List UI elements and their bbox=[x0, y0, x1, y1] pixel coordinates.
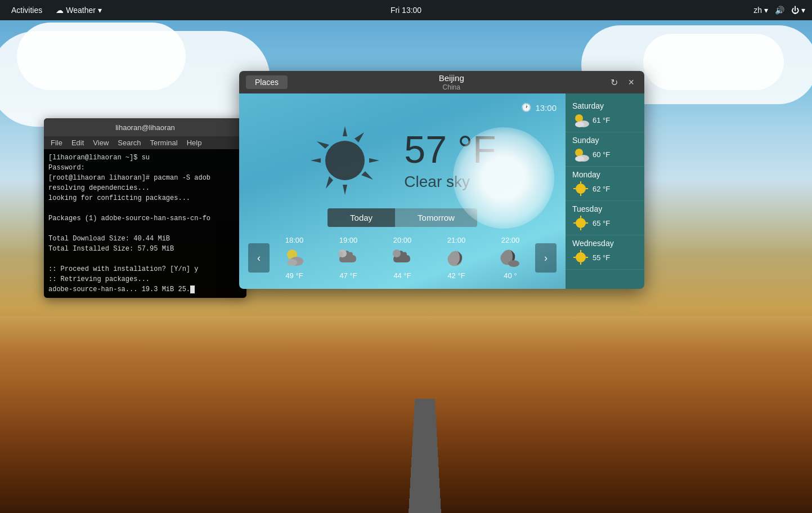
weather-menu[interactable]: ☁ Weather ▾ bbox=[51, 6, 106, 15]
terminal-window: lihaoran@lihaoran File Edit View Search … bbox=[44, 118, 246, 298]
terminal-menu-terminal[interactable]: Terminal bbox=[146, 137, 182, 148]
terminal-line: adobe-source-han-sa... 19.3 MiB 25. bbox=[48, 284, 242, 295]
terminal-line: Password: bbox=[48, 163, 242, 173]
svg-marker-0 bbox=[343, 126, 347, 136]
svg-point-8 bbox=[325, 141, 365, 180]
terminal-line: resolving dependencies... bbox=[48, 183, 242, 193]
terminal-menu-edit[interactable]: Edit bbox=[67, 137, 88, 148]
terminal-line: Packages (1) adobe-source-han-sans-cn-fo bbox=[48, 213, 242, 224]
svg-point-32 bbox=[576, 252, 586, 262]
hourly-items: 18:00 49 °F 19:00 bbox=[272, 236, 533, 280]
temperature-value: 57 °F bbox=[404, 130, 496, 168]
terminal-line bbox=[48, 224, 242, 234]
svg-point-21 bbox=[575, 156, 584, 162]
terminal-menu-view[interactable]: View bbox=[88, 137, 113, 148]
tuesday-label: Tuesday bbox=[572, 204, 638, 213]
forecast-sunday: Sunday 60 °F bbox=[566, 132, 644, 167]
weather-body: 🕐 13:00 bbox=[239, 93, 644, 289]
terminal-titlebar: lihaoran@lihaoran bbox=[44, 118, 246, 136]
hourly-forecast: ‹ 18:00 49 °F 19:00 bbox=[248, 236, 557, 280]
hourly-icon-1800 bbox=[283, 247, 306, 269]
hourly-temp-1800: 49 °F bbox=[285, 271, 303, 280]
saturday-temp: 61 °F bbox=[593, 116, 610, 124]
wednesday-temp: 55 °F bbox=[593, 253, 610, 262]
svg-marker-5 bbox=[326, 176, 333, 189]
monday-icon bbox=[572, 180, 589, 197]
terminal-line: Total Download Size: 40.44 MiB bbox=[48, 234, 242, 244]
svg-point-27 bbox=[576, 218, 586, 228]
tuesday-temp: 65 °F bbox=[593, 219, 610, 227]
hourly-item-2000: 20:00 44 °F bbox=[391, 236, 414, 280]
svg-point-18 bbox=[575, 122, 584, 127]
topbar-left: Activities ☁ Weather ▾ bbox=[0, 6, 106, 15]
wednesday-details: 55 °F bbox=[572, 249, 638, 266]
monday-details: 62 °F bbox=[572, 180, 638, 197]
weather-country: China bbox=[294, 83, 608, 91]
svg-marker-6 bbox=[311, 158, 321, 163]
saturday-label: Saturday bbox=[572, 101, 638, 110]
weather-temp-description: 57 °F Clear sky bbox=[404, 130, 496, 191]
svg-point-14 bbox=[393, 249, 401, 257]
hourly-time-2200: 22:00 bbox=[501, 236, 520, 244]
power-menu[interactable]: ⏻ ▾ bbox=[791, 6, 805, 15]
monday-temp: 62 °F bbox=[593, 185, 610, 193]
terminal-line: [root@lihaoran lihaoran]# pacman -S adob bbox=[48, 173, 242, 183]
hourly-item-2100: 21:00 42 °F bbox=[445, 236, 468, 280]
svg-marker-1 bbox=[355, 132, 364, 142]
weather-window: Places Beijing China ↻ × 🕐 13:00 bbox=[239, 71, 644, 289]
hourly-icon-1900 bbox=[337, 247, 360, 269]
refresh-button[interactable]: ↻ bbox=[608, 75, 620, 90]
terminal-menu-file[interactable]: File bbox=[46, 137, 67, 148]
weather-main-panel: 🕐 13:00 bbox=[239, 93, 566, 289]
power-dropdown-icon: ▾ bbox=[801, 6, 805, 15]
topbar-datetime: Fri 13:00 bbox=[391, 6, 421, 15]
tab-today[interactable]: Today bbox=[328, 208, 395, 227]
tuesday-icon bbox=[572, 215, 589, 231]
terminal-content[interactable]: [lihaoran@lihaoran ~]$ su Password: [roo… bbox=[44, 149, 246, 298]
hourly-next-button[interactable]: › bbox=[535, 243, 557, 273]
svg-marker-2 bbox=[369, 158, 379, 163]
hourly-item-2200: 22:00 40 ° bbox=[499, 236, 522, 280]
monday-label: Monday bbox=[572, 170, 638, 179]
close-button[interactable]: × bbox=[625, 74, 638, 91]
svg-point-15 bbox=[508, 260, 519, 267]
terminal-line: looking for conflicting packages... bbox=[48, 193, 242, 203]
topbar-right: zh ▾ 🔊 ⏻ ▾ bbox=[753, 6, 812, 15]
forecast-monday: Monday 62 °F bbox=[566, 167, 644, 201]
svg-point-11 bbox=[287, 259, 297, 266]
terminal-line: :: Retrieving packages... bbox=[48, 274, 242, 284]
weather-current-time: 🕐 13:00 bbox=[248, 102, 557, 113]
svg-point-22 bbox=[576, 184, 586, 194]
svg-marker-7 bbox=[317, 141, 329, 149]
tab-tomorrow[interactable]: Tomorrow bbox=[395, 208, 477, 227]
saturday-details: 61 °F bbox=[572, 111, 638, 128]
weather-title-center: Beijing China bbox=[294, 73, 608, 91]
terminal-line: Total Installed Size: 57.95 MiB bbox=[48, 244, 242, 254]
sun-animation-icon bbox=[308, 124, 382, 197]
hourly-temp-2100: 42 °F bbox=[447, 271, 465, 280]
sunday-details: 60 °F bbox=[572, 146, 638, 163]
forecast-saturday: Saturday 61 °F bbox=[566, 98, 644, 132]
activities-button[interactable]: Activities bbox=[5, 6, 49, 15]
time-value: 13:00 bbox=[535, 103, 557, 113]
terminal-menu-help[interactable]: Help bbox=[182, 137, 207, 148]
svg-point-13 bbox=[338, 252, 343, 257]
sunday-icon bbox=[572, 146, 589, 163]
terminal-menubar: File Edit View Search Terminal Help bbox=[44, 136, 246, 149]
weather-label: Weather bbox=[66, 6, 96, 15]
forecast-wednesday: Wednesday 55 °F bbox=[566, 235, 644, 270]
saturday-icon bbox=[572, 111, 589, 128]
wednesday-label: Wednesday bbox=[572, 239, 638, 248]
hourly-time-1800: 18:00 bbox=[285, 236, 304, 244]
hourly-temp-2000: 44 °F bbox=[393, 271, 411, 280]
lang-dropdown-icon: ▾ bbox=[764, 6, 768, 15]
clock-icon: 🕐 bbox=[521, 102, 532, 113]
hourly-prev-button[interactable]: ‹ bbox=[248, 243, 270, 273]
weather-description: Clear sky bbox=[404, 173, 496, 191]
weather-titlebar: Places Beijing China ↻ × bbox=[239, 71, 644, 93]
language-selector[interactable]: zh ▾ bbox=[753, 6, 768, 15]
places-button[interactable]: Places bbox=[246, 75, 288, 89]
hourly-time-1900: 19:00 bbox=[339, 236, 358, 244]
volume-control[interactable]: 🔊 bbox=[775, 6, 784, 15]
terminal-menu-search[interactable]: Search bbox=[113, 137, 145, 148]
